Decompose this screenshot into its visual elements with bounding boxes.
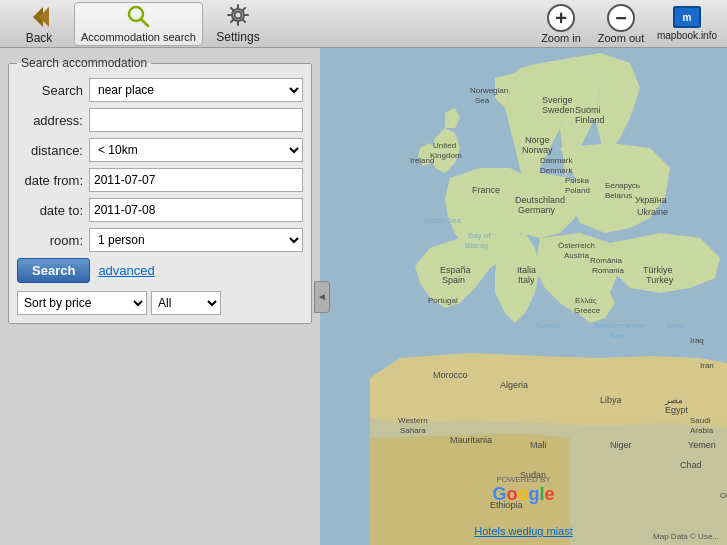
svg-text:Ukraine: Ukraine — [637, 207, 668, 217]
distance-row: distance: < 10km < 20km < 50km — [17, 138, 303, 162]
back-label: Back — [26, 31, 53, 45]
left-panel: Search accommodation Search near place i… — [0, 48, 320, 545]
svg-text:Greece: Greece — [574, 306, 601, 315]
filter-all-select[interactable]: All Hotels Hostels Camping — [151, 291, 221, 315]
svg-text:Österreich: Österreich — [558, 241, 595, 250]
advanced-link[interactable]: advanced — [98, 263, 154, 278]
svg-text:Chad: Chad — [680, 460, 702, 470]
svg-text:Austria: Austria — [564, 251, 589, 260]
zoom-out-button[interactable]: − Zoom out — [591, 2, 651, 46]
address-input[interactable] — [89, 108, 303, 132]
svg-text:Sahara: Sahara — [400, 426, 426, 435]
svg-text:Western: Western — [398, 416, 428, 425]
accommodation-label: Accommodation search — [81, 31, 196, 43]
collapse-panel-button[interactable]: ◄ — [314, 281, 330, 313]
room-row: room: 1 person 2 persons 3 persons — [17, 228, 303, 252]
address-label: address: — [17, 113, 89, 128]
svg-text:Denmark: Denmark — [540, 166, 573, 175]
settings-label: Settings — [216, 30, 259, 44]
search-row: Search near place in city by address — [17, 78, 303, 102]
svg-text:Deutschland: Deutschland — [515, 195, 565, 205]
room-select[interactable]: 1 person 2 persons 3 persons — [89, 228, 303, 252]
svg-text:Algeria: Algeria — [500, 380, 528, 390]
svg-text:Bay of: Bay of — [468, 231, 491, 240]
svg-text:Mediterranean: Mediterranean — [595, 321, 647, 330]
svg-text:Spain: Spain — [442, 275, 465, 285]
svg-text:Saudi: Saudi — [690, 416, 711, 425]
date-to-input[interactable] — [89, 198, 303, 222]
svg-text:Morocco: Morocco — [433, 370, 468, 380]
svg-text:Arabia: Arabia — [690, 426, 714, 435]
svg-text:Türkiye: Türkiye — [643, 265, 673, 275]
toolbar: Back Accommodation search Settings + Zoo… — [0, 0, 727, 48]
map-container[interactable]: Suomi Finland Sverige Sweden Norge Norwa… — [320, 48, 727, 545]
zoom-out-icon: − — [607, 4, 635, 32]
back-button[interactable]: Back — [4, 2, 74, 46]
svg-text:Niger: Niger — [610, 440, 632, 450]
svg-text:Iran: Iran — [700, 361, 714, 370]
action-row: Search advanced — [17, 258, 303, 283]
date-from-row: date from: — [17, 168, 303, 192]
sort-row: Sort by price Sort by name Sort by dista… — [17, 291, 303, 315]
svg-text:Mali: Mali — [530, 440, 547, 450]
date-to-label: date to: — [17, 203, 89, 218]
svg-text:Mauritania: Mauritania — [450, 435, 492, 445]
mapbook-icon: m — [673, 6, 701, 28]
svg-text:Polska: Polska — [565, 176, 590, 185]
settings-button[interactable]: Settings — [203, 2, 273, 46]
svg-text:Yemen: Yemen — [688, 440, 716, 450]
search-select[interactable]: near place in city by address — [89, 78, 303, 102]
google-logo: Google — [492, 484, 554, 505]
svg-text:Беларусь: Беларусь — [605, 181, 640, 190]
svg-text:Poland: Poland — [565, 186, 590, 195]
svg-text:Germany: Germany — [518, 205, 556, 215]
svg-text:Suomi: Suomi — [575, 105, 601, 115]
accommodation-search-button[interactable]: Accommodation search — [74, 2, 203, 46]
svg-text:France: France — [472, 185, 500, 195]
svg-text:Danmark: Danmark — [540, 156, 573, 165]
collapse-icon: ◄ — [317, 291, 327, 302]
svg-text:Romania: Romania — [592, 266, 625, 275]
date-from-input[interactable] — [89, 168, 303, 192]
zoom-out-label: Zoom out — [598, 32, 644, 44]
svg-text:Sweden: Sweden — [542, 105, 575, 115]
svg-text:Ελλάς: Ελλάς — [575, 296, 597, 305]
powered-by-text: POWERED BY Google — [492, 475, 554, 505]
svg-text:Iraq: Iraq — [690, 336, 704, 345]
svg-text:Norwegian: Norwegian — [470, 86, 508, 95]
svg-text:România: România — [590, 256, 623, 265]
svg-text:Libya: Libya — [600, 395, 622, 405]
svg-text:Portugal: Portugal — [428, 296, 458, 305]
zoom-in-icon: + — [547, 4, 575, 32]
sort-by-select[interactable]: Sort by price Sort by name Sort by dista… — [17, 291, 147, 315]
svg-text:Finland: Finland — [575, 115, 605, 125]
main-content: Search accommodation Search near place i… — [0, 48, 727, 545]
svg-text:Kingdom: Kingdom — [430, 151, 462, 160]
back-icon — [25, 3, 53, 31]
search-label: Search — [17, 83, 89, 98]
map-panel[interactable]: Suomi Finland Sverige Sweden Norge Norwa… — [320, 48, 727, 545]
svg-text:Biscay: Biscay — [465, 241, 489, 250]
svg-text:Italy: Italy — [518, 275, 535, 285]
search-tab-icon — [126, 4, 150, 31]
svg-text:Turkey: Turkey — [646, 275, 674, 285]
svg-line-3 — [141, 19, 148, 26]
distance-label: distance: — [17, 143, 89, 158]
svg-text:Norge: Norge — [525, 135, 550, 145]
hotels-link[interactable]: Hotels według miast — [474, 525, 572, 537]
room-label: room: — [17, 233, 89, 248]
address-row: address: — [17, 108, 303, 132]
mapbook-label: mapbook.info — [657, 30, 717, 41]
form-title: Search accommodation — [17, 56, 151, 70]
svg-text:Tunisia: Tunisia — [535, 321, 561, 330]
svg-text:España: España — [440, 265, 471, 275]
distance-select[interactable]: < 10km < 20km < 50km — [89, 138, 303, 162]
svg-text:Oman: Oman — [720, 491, 727, 500]
svg-text:Sea: Sea — [610, 331, 625, 340]
mapbook-button[interactable]: m mapbook.info — [651, 2, 723, 46]
zoom-in-label: Zoom in — [541, 32, 581, 44]
zoom-in-button[interactable]: + Zoom in — [531, 2, 591, 46]
search-button[interactable]: Search — [17, 258, 90, 283]
search-accommodation-form: Search accommodation Search near place i… — [8, 56, 312, 324]
date-from-label: date from: — [17, 173, 89, 188]
